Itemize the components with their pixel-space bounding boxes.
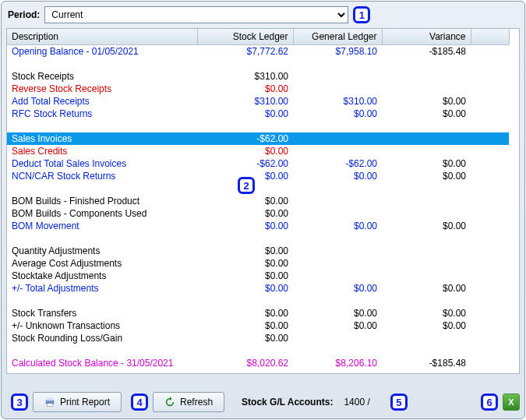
annotation-4: 4: [131, 394, 148, 411]
table-row: [7, 58, 509, 70]
col-general-ledger[interactable]: General Ledger: [293, 29, 382, 45]
stock-gl-accounts-value: 1400 /: [344, 397, 369, 408]
annotation-1: 1: [353, 6, 370, 23]
annotation-6: 6: [481, 394, 498, 411]
table-row[interactable]: Stocktake Adjustments$0.00: [7, 270, 509, 282]
table-row[interactable]: Stock Receipts$310.00: [7, 70, 509, 83]
row-variance: -$185.48: [429, 46, 466, 57]
row-stock-ledger: $7,772.62: [247, 46, 288, 57]
table-row[interactable]: Opening Balance - 01/05/2021$7,772.62$7,…: [7, 45, 509, 58]
table-row[interactable]: Average Cost Adjustments$0.00: [7, 257, 509, 270]
print-report-button[interactable]: Print Report: [33, 392, 122, 412]
row-stock-ledger: $8,020.62: [247, 358, 288, 369]
col-stock-ledger[interactable]: Stock Ledger: [197, 29, 293, 45]
period-label: Period:: [8, 9, 40, 20]
row-description: Stock Transfers: [12, 308, 76, 319]
row-description: Add Total Receipts: [12, 96, 90, 107]
row-description: Stock Rounding Loss/Gain: [12, 333, 122, 344]
table-row[interactable]: Quantity Adjustments$0.00: [7, 245, 509, 257]
row-variance: $0.00: [443, 283, 466, 294]
print-report-label: Print Report: [60, 397, 110, 408]
table-row: [7, 295, 509, 307]
col-variance[interactable]: Variance: [382, 29, 471, 45]
refresh-label: Refresh: [180, 397, 213, 408]
period-select[interactable]: Current: [44, 6, 348, 23]
col-pad: [471, 29, 509, 45]
row-general-ledger: -$62.00: [345, 158, 377, 169]
table-row[interactable]: Reverse Stock Receipts$0.00: [7, 83, 509, 95]
col-description[interactable]: Description: [7, 29, 197, 45]
footer-bar: 3 Print Report 4 Refresh Stock G/L Accou…: [6, 390, 520, 414]
row-description: Quantity Adjustments: [12, 245, 100, 256]
row-stock-ledger: $0.00: [265, 208, 288, 219]
table-row[interactable]: +/- Total Adjustments$0.00$0.00$0.00: [7, 282, 509, 295]
table-row[interactable]: NCN/CAR Stock Returns$0.00$0.00$0.00: [7, 170, 509, 182]
row-stock-ledger: $310.00: [255, 96, 288, 107]
row-general-ledger: $0.00: [354, 308, 377, 319]
row-description: Sales Credits: [12, 146, 67, 157]
row-variance: -$185.48: [429, 358, 466, 369]
export-excel-icon[interactable]: X: [503, 394, 520, 411]
row-variance: $0.00: [443, 158, 466, 169]
table-row: [7, 182, 509, 195]
table-row[interactable]: Calculated Stock Balance - 31/05/2021$8,…: [7, 357, 509, 369]
table-row[interactable]: Add Total Receipts$310.00$310.00$0.00: [7, 95, 509, 108]
row-description: Deduct Total Sales Invoices: [12, 158, 126, 169]
row-variance: $0.00: [443, 108, 466, 119]
row-description: Stocktake Adjustments: [12, 270, 106, 281]
stock-gl-accounts-label: Stock G/L Accounts:: [242, 397, 333, 408]
grid-scroll[interactable]: Description Stock Ledger General Ledger …: [7, 29, 519, 373]
row-general-ledger: $0.00: [354, 171, 377, 182]
header-row: Description Stock Ledger General Ledger …: [7, 29, 509, 45]
row-stock-ledger: $0.00: [265, 283, 288, 294]
row-description: BOM Builds - Finished Product: [12, 196, 139, 206]
row-stock-ledger: $0.00: [265, 320, 288, 331]
period-row: Period: Current 1: [2, 2, 524, 26]
row-description: Calculated Stock Balance - 31/05/2021: [12, 358, 173, 369]
row-description: +/- Total Adjustments: [12, 283, 99, 294]
row-stock-ledger: $0.00: [265, 308, 288, 319]
row-stock-ledger: $0.00: [265, 245, 288, 256]
row-description: +/- Unknown Transactions: [12, 320, 120, 331]
table-row: [7, 120, 509, 132]
table-row[interactable]: +/- Unknown Transactions$0.00$0.00$0.00: [7, 319, 509, 332]
table-row: [7, 344, 509, 357]
row-description: BOM Movement: [12, 221, 79, 231]
row-general-ledger: $0.00: [354, 320, 377, 331]
stock-reconciliation-panel: Period: Current 1 Description Stock Ledg…: [1, 1, 525, 419]
grid-container: Description Stock Ledger General Ledger …: [6, 28, 520, 374]
row-description: Reverse Stock Receipts: [12, 83, 111, 94]
table-row[interactable]: Sales Credits$0.00: [7, 145, 509, 157]
row-general-ledger: $0.00: [354, 108, 377, 119]
table-row[interactable]: BOM Movement$0.00$0.00$0.00: [7, 220, 509, 232]
row-stock-ledger: -$62.00: [256, 133, 288, 144]
row-stock-ledger: $0.00: [265, 258, 288, 269]
annotation-3: 3: [11, 394, 28, 411]
row-description: NCN/CAR Stock Returns: [12, 171, 115, 182]
svg-rect-1: [48, 398, 53, 401]
table-row[interactable]: Stock Transfers$0.00$0.00$0.00: [7, 307, 509, 319]
row-general-ledger: $7,958.10: [336, 46, 377, 57]
row-description: BOM Builds - Components Used: [12, 208, 147, 219]
row-variance: $0.00: [443, 96, 466, 107]
printer-icon: [44, 397, 55, 408]
table-row[interactable]: Stock Rounding Loss/Gain$0.00: [7, 332, 509, 344]
table-row[interactable]: RFC Stock Returns$0.00$0.00$0.00: [7, 108, 509, 120]
table-row[interactable]: Sales Invoices-$62.00: [7, 132, 509, 145]
table-row[interactable]: BOM Builds - Components Used$0.00: [7, 207, 509, 220]
row-variance: $0.00: [443, 308, 466, 319]
ledger-table: Description Stock Ledger General Ledger …: [7, 29, 510, 373]
row-variance: $0.00: [443, 171, 466, 182]
row-general-ledger: $0.00: [354, 221, 377, 231]
row-stock-ledger: $0.00: [265, 270, 288, 281]
table-row: [7, 369, 509, 373]
refresh-icon: [164, 397, 175, 408]
table-row[interactable]: Deduct Total Sales Invoices-$62.00-$62.0…: [7, 157, 509, 170]
row-general-ledger: $310.00: [344, 96, 377, 107]
row-general-ledger: $8,206.10: [336, 358, 377, 369]
refresh-button[interactable]: Refresh: [153, 392, 224, 412]
table-row[interactable]: BOM Builds - Finished Product$0.00: [7, 195, 509, 207]
row-general-ledger: $0.00: [354, 283, 377, 294]
row-stock-ledger: $0.00: [265, 171, 288, 182]
row-stock-ledger: $0.00: [265, 196, 288, 206]
